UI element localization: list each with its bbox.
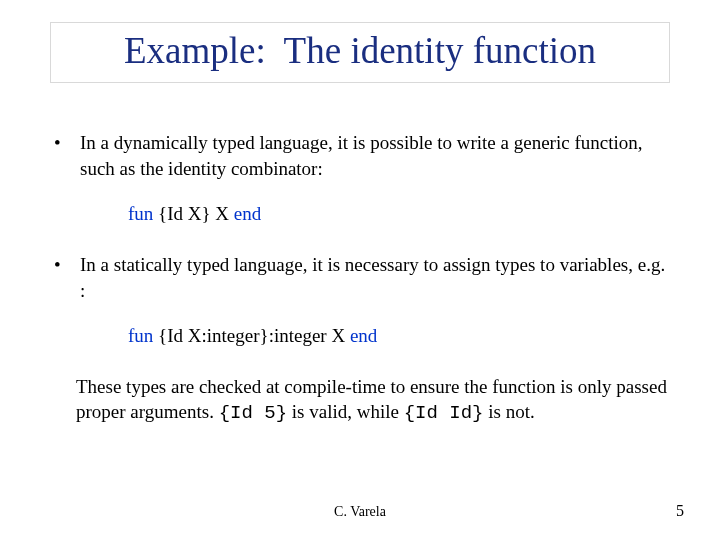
para-mid: is valid, while bbox=[287, 401, 404, 422]
code-block-2: fun {Id X:integer}:integer X end bbox=[128, 324, 670, 348]
footer-page-number: 5 bbox=[676, 502, 684, 520]
keyword-fun: fun bbox=[128, 325, 153, 346]
slide-body: • In a dynamically typed language, it is… bbox=[50, 130, 670, 426]
bullet-dot-icon: • bbox=[50, 130, 80, 156]
code-block-1: fun {Id X} X end bbox=[128, 202, 670, 226]
keyword-end: end bbox=[350, 325, 377, 346]
bullet-item: • In a statically typed language, it is … bbox=[50, 252, 670, 304]
code-mid: {Id X:integer}:integer X bbox=[153, 325, 350, 346]
keyword-end: end bbox=[234, 203, 261, 224]
para-post: is not. bbox=[484, 401, 535, 422]
keyword-fun: fun bbox=[128, 203, 153, 224]
title-box: Example: The identity function bbox=[50, 22, 670, 83]
inline-code: {Id Id} bbox=[404, 402, 484, 424]
bullet-text: In a statically typed language, it is ne… bbox=[80, 252, 670, 304]
footer-author: C. Varela bbox=[0, 504, 720, 520]
inline-code: {Id 5} bbox=[219, 402, 287, 424]
bullet-item: • In a dynamically typed language, it is… bbox=[50, 130, 670, 182]
bullet-dot-icon: • bbox=[50, 252, 80, 278]
slide-title: Example: The identity function bbox=[124, 30, 596, 71]
paragraph: These types are checked at compile-time … bbox=[76, 374, 670, 426]
slide: Example: The identity function • In a dy… bbox=[0, 0, 720, 540]
code-mid: {Id X} X bbox=[153, 203, 234, 224]
bullet-text: In a dynamically typed language, it is p… bbox=[80, 130, 670, 182]
